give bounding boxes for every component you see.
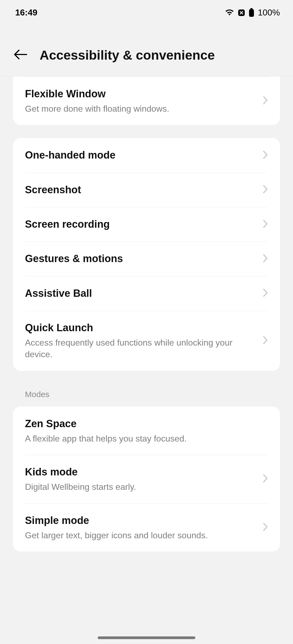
- row-text: Assistive Ball: [25, 286, 263, 300]
- row-title: Kids mode: [25, 465, 256, 479]
- row-subtitle: Digital Wellbeing starts early.: [25, 481, 256, 493]
- section-label-modes: Modes: [13, 371, 280, 407]
- wifi-icon: [225, 9, 234, 17]
- row-text: Screen recording: [25, 217, 263, 231]
- page-header: Accessibility & convenience: [0, 21, 293, 76]
- chevron-right-icon: [263, 522, 268, 533]
- row-text: Screenshot: [25, 183, 263, 197]
- row-simple-mode[interactable]: Simple mode Get larger text, bigger icon…: [13, 503, 280, 552]
- row-zen-space[interactable]: Zen Space A flexible app that helps you …: [13, 407, 280, 455]
- row-title: Gestures & motions: [25, 252, 256, 266]
- settings-group-2: One-handed mode Screenshot Screen record…: [13, 138, 280, 371]
- row-one-handed-mode[interactable]: One-handed mode: [13, 138, 280, 172]
- svg-rect-2: [250, 8, 253, 9]
- battery-icon: [249, 8, 254, 17]
- row-title: Assistive Ball: [25, 286, 256, 300]
- settings-group-1: Flexible Window Get more done with float…: [13, 76, 280, 125]
- row-text: Quick Launch Access frequently used func…: [25, 321, 263, 360]
- row-text: Gestures & motions: [25, 252, 263, 266]
- svg-rect-1: [249, 9, 254, 17]
- row-flexible-window[interactable]: Flexible Window Get more done with float…: [13, 77, 280, 125]
- chevron-right-icon: [263, 96, 268, 106]
- row-text: Zen Space A flexible app that helps you …: [25, 417, 268, 445]
- row-kids-mode[interactable]: Kids mode Digital Wellbeing starts early…: [13, 455, 280, 503]
- row-title: Flexible Window: [25, 87, 256, 101]
- row-text: One-handed mode: [25, 148, 263, 162]
- chevron-right-icon: [263, 254, 268, 264]
- row-text: Kids mode Digital Wellbeing starts early…: [25, 465, 263, 493]
- row-text: Simple mode Get larger text, bigger icon…: [25, 514, 263, 541]
- content: Flexible Window Get more done with float…: [0, 76, 293, 552]
- row-title: Screenshot: [25, 183, 256, 197]
- row-subtitle: A flexible app that helps you stay focus…: [25, 433, 262, 445]
- status-bar: 16:49 100%: [0, 0, 293, 21]
- row-subtitle: Access frequently used functions while u…: [25, 337, 256, 360]
- row-gestures-motions[interactable]: Gestures & motions: [13, 242, 280, 276]
- row-screenshot[interactable]: Screenshot: [13, 173, 280, 207]
- arrow-left-icon: [14, 49, 28, 61]
- chevron-right-icon: [263, 288, 268, 298]
- row-subtitle: Get more done with floating windows.: [25, 103, 256, 115]
- status-right: 100%: [225, 8, 280, 18]
- settings-group-modes: Zen Space A flexible app that helps you …: [13, 407, 280, 552]
- chevron-right-icon: [263, 150, 268, 160]
- row-text: Flexible Window Get more done with float…: [25, 87, 263, 115]
- chevron-right-icon: [263, 219, 268, 230]
- network-badge-icon: [238, 9, 245, 17]
- chevron-right-icon: [263, 474, 268, 484]
- row-quick-launch[interactable]: Quick Launch Access frequently used func…: [13, 311, 280, 371]
- row-subtitle: Get larger text, bigger icons and louder…: [25, 530, 256, 541]
- row-title: Zen Space: [25, 417, 262, 431]
- home-indicator[interactable]: [98, 636, 195, 639]
- row-title: Simple mode: [25, 514, 256, 527]
- back-button[interactable]: [13, 47, 28, 63]
- page-title: Accessibility & convenience: [40, 48, 215, 63]
- status-time: 16:49: [15, 8, 37, 18]
- row-screen-recording[interactable]: Screen recording: [13, 207, 280, 242]
- chevron-right-icon: [263, 336, 268, 346]
- row-title: One-handed mode: [25, 148, 256, 162]
- battery-text: 100%: [258, 8, 280, 18]
- chevron-right-icon: [263, 185, 268, 195]
- row-title: Screen recording: [25, 217, 256, 231]
- row-assistive-ball[interactable]: Assistive Ball: [13, 276, 280, 311]
- row-title: Quick Launch: [25, 321, 256, 335]
